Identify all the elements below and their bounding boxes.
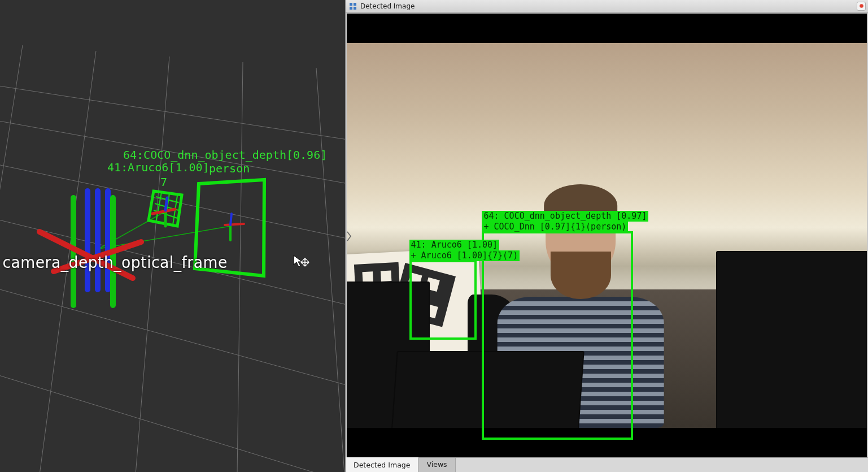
tab-detected-image[interactable]: Detected Image — [346, 457, 418, 472]
svg-rect-38 — [350, 3, 352, 6]
svg-rect-40 — [350, 7, 352, 10]
rviz-label-person: person — [209, 162, 250, 175]
detection-box-aruco — [409, 260, 477, 340]
windows-icon — [349, 2, 357, 10]
rviz-label-seven: 7 — [160, 175, 167, 189]
svg-line-10 — [316, 68, 344, 472]
detection-label-aruco: 41: Aruco6 [1.00] + Aruco6 [1.00]{7}(7) — [409, 240, 520, 261]
svg-rect-49 — [381, 270, 391, 281]
detection-label-person: 64: COCO_dnn_object_depth [0.97] + COCO_… — [482, 211, 648, 232]
svg-line-0 — [0, 79, 346, 147]
svg-line-9 — [237, 62, 243, 472]
svg-line-33 — [225, 224, 244, 225]
panel-tabbar: Detected Image Views — [346, 457, 868, 472]
rviz-label-coco: 64:COCO_dnn_object_depth[0.96] — [123, 148, 327, 162]
rviz-label-aruco: 41:Aruco6[1.00] — [107, 161, 210, 174]
svg-marker-35 — [294, 256, 302, 267]
svg-line-34 — [230, 214, 232, 225]
svg-rect-39 — [354, 3, 356, 6]
rviz-frame-label: camera_depth_optical_frame — [2, 253, 227, 272]
detection-box-person — [482, 231, 633, 440]
tab-views[interactable]: Views — [418, 458, 455, 472]
rviz-3d-view[interactable]: 64:COCO_dnn_object_depth[0.96] 41:Aruco6… — [0, 0, 346, 472]
panel-title: Detected Image — [360, 2, 415, 10]
panel-close-button[interactable] — [857, 2, 866, 11]
panel-titlebar[interactable]: Detected Image — [346, 0, 868, 12]
rviz-grid — [0, 0, 346, 472]
close-icon — [859, 3, 864, 8]
detected-image-viewport[interactable]: 64: COCO_dnn_object_depth [0.97] + COCO_… — [347, 14, 867, 457]
svg-line-31 — [165, 198, 167, 210]
svg-rect-48 — [363, 271, 373, 282]
panel-expand-handle[interactable] — [346, 225, 352, 248]
image-panel: Detected Image — [346, 0, 868, 472]
letterbox — [347, 14, 867, 43]
svg-rect-41 — [354, 7, 356, 10]
rviz-origin-axes — [40, 191, 141, 305]
svg-point-42 — [860, 4, 863, 8]
svg-line-5 — [0, 362, 346, 472]
